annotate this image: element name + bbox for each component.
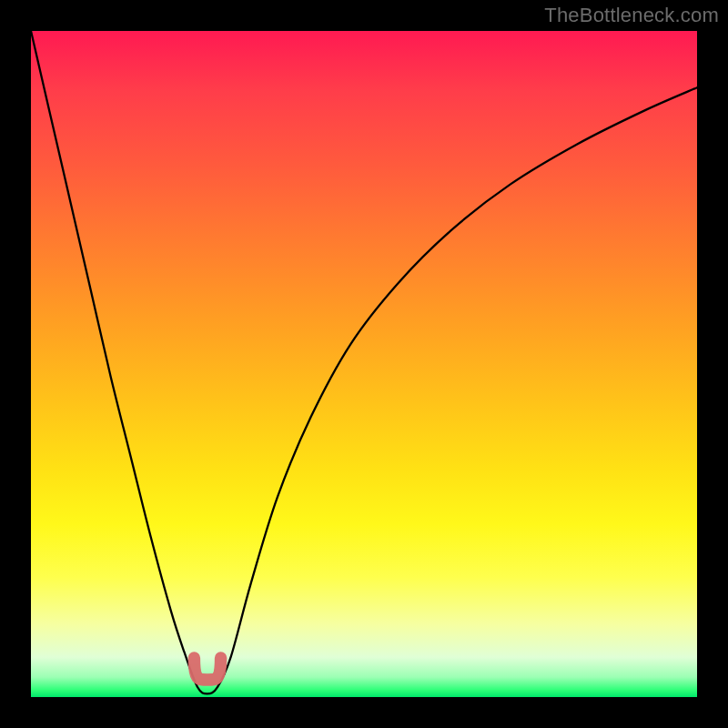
- watermark-label: TheBottleneck.com: [544, 4, 719, 27]
- bottleneck-curve: [31, 31, 697, 693]
- chart-frame: TheBottleneck.com: [0, 0, 728, 728]
- optimal-marker: [194, 658, 220, 680]
- curve-overlay: [31, 31, 697, 697]
- plot-area: [31, 31, 697, 697]
